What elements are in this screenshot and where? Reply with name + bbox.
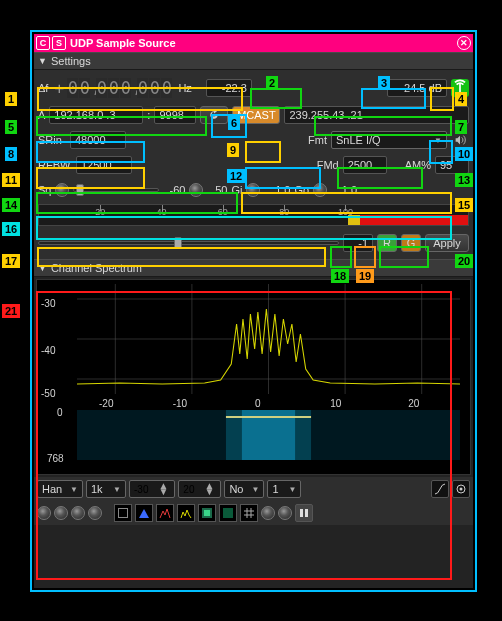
fmd-label: FMd: [317, 159, 339, 171]
svg-rect-22: [305, 509, 308, 517]
settings-header[interactable]: ▼ Settings: [34, 52, 473, 70]
avg-n-select[interactable]: 1▼: [267, 480, 301, 498]
freq-sep: ,: [132, 79, 136, 97]
display-mode-1[interactable]: [114, 504, 132, 522]
sq-knob[interactable]: [55, 183, 69, 197]
wf-tick: 0: [57, 407, 63, 418]
y-tick: -50: [41, 387, 55, 398]
fmd-input[interactable]: 2500: [343, 156, 387, 174]
sq-label: Sq: [38, 184, 51, 196]
g-button[interactable]: G: [401, 234, 421, 252]
curve-icon[interactable]: [431, 480, 449, 498]
level-scale[interactable]: 20406080100: [38, 204, 469, 226]
display-mode-4[interactable]: [177, 504, 195, 522]
delta-f-label: Δf: [38, 82, 48, 94]
sq-knob-2[interactable]: [189, 183, 203, 197]
antenna-icon[interactable]: [451, 79, 469, 97]
freq-sep: ,: [91, 79, 95, 97]
avg-n-value: 1: [272, 483, 278, 495]
display-mode-5[interactable]: [198, 504, 216, 522]
range-value: 20: [179, 484, 198, 495]
knob-1[interactable]: [37, 506, 51, 520]
settings-body: Δf + 0 0 , 0 0 0 , 0 0 0 Hz -22.3: [34, 70, 473, 259]
annotation-num-5: 5: [5, 120, 17, 134]
rfbw-label: RFBW: [38, 159, 72, 171]
window-frame: C S UDP Sample Source ✕ ▼ Settings Δf + …: [30, 30, 477, 592]
gi-knob[interactable]: [246, 183, 260, 197]
spectrum-header[interactable]: ▼ Channel Spectrum: [34, 259, 473, 277]
pause-icon[interactable]: [295, 504, 313, 522]
spectrum-controls-2: [34, 501, 473, 525]
annotation-num-14: 14: [2, 198, 20, 212]
address-input[interactable]: 192.168.0 .3: [49, 106, 143, 124]
settings-label: Settings: [51, 55, 91, 67]
sq-max: 50: [207, 184, 227, 196]
range-spinner[interactable]: 20▲▼: [178, 480, 221, 498]
spectrum-plot[interactable]: -30 -40 -50 -20 -10 0 10 20 0 768: [36, 279, 471, 475]
svg-point-13: [460, 488, 463, 491]
y-tick: -40: [41, 344, 55, 355]
annotation-num-21: 21: [2, 304, 20, 318]
freq-unit: Hz: [178, 82, 191, 94]
rfbw-input[interactable]: 12500: [76, 156, 132, 174]
gi-value: 1.0: [264, 184, 290, 196]
chevron-down-icon: ▼: [434, 136, 442, 145]
x-tick: -10: [173, 398, 187, 409]
window-title: UDP Sample Source: [68, 37, 455, 49]
display-mode-2[interactable]: [135, 504, 153, 522]
collapse-icon: ▼: [38, 263, 47, 273]
display-mode-3[interactable]: [156, 504, 174, 522]
format-select[interactable]: SnLE I/Q ▼: [331, 131, 447, 149]
amp-input[interactable]: 95: [435, 156, 469, 174]
svg-rect-15: [204, 510, 210, 516]
window-fn-value: Han: [42, 483, 62, 495]
grid-icon[interactable]: [240, 504, 258, 522]
mcast-address-input[interactable]: 239.255.43 .21: [284, 106, 469, 124]
r-button[interactable]: R: [377, 234, 397, 252]
freq-digit[interactable]: 0: [137, 78, 148, 98]
knob-6[interactable]: [278, 506, 292, 520]
frequency-dial[interactable]: + 0 0 , 0 0 0 , 0 0 0: [52, 78, 172, 98]
freq-digit[interactable]: 0: [149, 78, 160, 98]
freq-digit[interactable]: 0: [120, 78, 131, 98]
svg-rect-21: [300, 509, 303, 517]
freq-digit[interactable]: 0: [67, 78, 78, 98]
titlebar[interactable]: C S UDP Sample Source ✕: [34, 34, 473, 52]
knob-4[interactable]: [88, 506, 102, 520]
knob-3[interactable]: [71, 506, 85, 520]
freq-digit[interactable]: 0: [96, 78, 107, 98]
apply-button[interactable]: Apply: [425, 234, 469, 252]
channel-power: -24.5 dB: [387, 79, 447, 97]
y-tick: -30: [41, 298, 55, 309]
speaker-icon[interactable]: [451, 131, 469, 149]
sq-slider[interactable]: [73, 188, 159, 192]
knob-5[interactable]: [261, 506, 275, 520]
window-fn-select[interactable]: Han▼: [37, 480, 83, 498]
freq-digit[interactable]: 0: [79, 78, 90, 98]
mcast-button[interactable]: MCAST: [232, 106, 280, 124]
wf-tick: 768: [47, 453, 64, 464]
close-icon[interactable]: ✕: [457, 36, 471, 50]
annotation-num-8: 8: [5, 147, 17, 161]
avg-select[interactable]: No▼: [224, 480, 264, 498]
srin-input[interactable]: 48000: [70, 131, 126, 149]
threshold-slider[interactable]: [38, 241, 339, 245]
refresh-button[interactable]: [200, 106, 228, 124]
annotation-num-1: 1: [5, 92, 17, 106]
avg-value: No: [229, 483, 243, 495]
display-mode-6[interactable]: [219, 504, 237, 522]
spectrum-label: Channel Spectrum: [51, 262, 142, 274]
go-knob[interactable]: [313, 183, 327, 197]
channel-icon[interactable]: C: [36, 36, 50, 50]
knob-2[interactable]: [54, 506, 68, 520]
fft-value: 1k: [91, 483, 103, 495]
target-icon[interactable]: [452, 480, 470, 498]
stream-icon[interactable]: S: [52, 36, 66, 50]
fft-size-select[interactable]: 1k▼: [86, 480, 126, 498]
freq-digit[interactable]: 0: [108, 78, 119, 98]
freq-digit[interactable]: 0: [161, 78, 172, 98]
waterfall[interactable]: [77, 410, 460, 460]
port-input[interactable]: 9998: [154, 106, 196, 124]
ref-level-spinner[interactable]: -30▲▼: [129, 480, 175, 498]
freq-sign[interactable]: +: [52, 79, 66, 98]
